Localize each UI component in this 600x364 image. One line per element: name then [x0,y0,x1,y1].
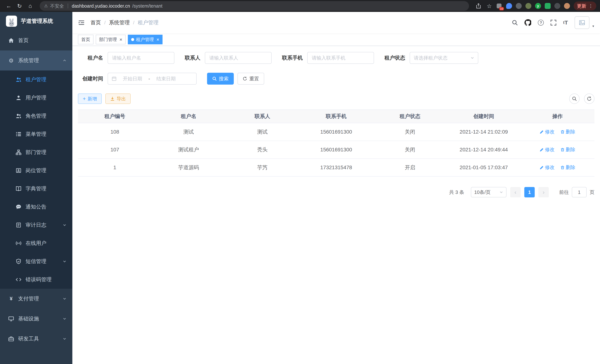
security-label: 不安全 [50,3,64,9]
sidebar-item-payment[interactable]: ¥ 支付管理 [0,289,72,309]
tab-dept[interactable]: 部门管理 × [96,35,126,44]
cell-tenant-id: 1 [78,159,152,177]
phone-input[interactable] [307,52,374,64]
tab-label: 首页 [81,37,90,42]
date-end-input[interactable] [151,76,180,82]
fullscreen-icon[interactable] [551,20,556,26]
github-icon[interactable] [525,19,531,26]
users-icon [16,77,21,82]
sidebar-item-audit-log[interactable]: 审计日志 [0,216,72,234]
cell-created: 2021-12-14 20:49:44 [447,141,521,159]
col-header-phone: 联系手机 [299,110,373,123]
extensions-puzzle-icon[interactable] [554,3,560,9]
rabbit-logo-icon [6,16,17,27]
font-size-icon[interactable]: tT [563,19,568,26]
breadcrumb-system[interactable]: 系统管理 [109,19,130,26]
user-avatar[interactable] [575,16,590,29]
sidebar-item-tenant[interactable]: 租户管理 [0,71,72,89]
sidebar-item-error-code[interactable]: 错误码管理 [0,271,72,289]
sidebar-item-label: 通知公告 [26,203,46,210]
delete-link[interactable]: 删除 [561,129,575,135]
home-icon [8,38,14,43]
col-header-tenant-name: 租户名 [152,110,225,123]
sidebar-item-system[interactable]: ⚙ 系统管理 [0,50,72,71]
sidebar-item-dept[interactable]: 部门管理 [0,143,72,161]
delete-link[interactable]: 删除 [561,146,575,153]
sidebar-item-online-users[interactable]: 在线用户 [0,234,72,252]
status-select[interactable]: 请选择租户状态 [410,52,478,64]
update-label: 更新 [577,3,586,9]
extension-sphere-icon[interactable] [525,3,531,9]
extension-chat-icon[interactable] [545,3,551,9]
date-start-input[interactable] [118,76,147,82]
page-number-1[interactable]: 1 [524,187,535,197]
sidebar-item-post[interactable]: 岗位管理 [0,161,72,180]
sidebar-item-dev-tools[interactable]: 研发工具 [0,329,72,349]
col-header-tenant-id: 租户编号 [78,110,152,123]
browser-menu-icon[interactable]: ⋮ [589,3,593,9]
sidebar-item-label: 角色管理 [26,112,46,120]
close-icon[interactable]: × [120,37,122,42]
sidebar-item-role[interactable]: 角色管理 [0,107,72,125]
avatar-caret-icon[interactable]: ▾ [592,24,594,28]
page-size-select[interactable]: 10条/页 [471,187,506,197]
browser-update-button[interactable]: 更新 ⋮ [574,1,596,10]
address-separator [68,3,68,8]
search-button[interactable]: 搜索 [207,73,234,84]
sidebar-item-label: 审计日志 [26,222,46,229]
sidebar-item-sms[interactable]: 短信管理 [0,252,72,271]
code-icon [16,277,21,282]
not-secure-warning-icon: ⚠ [44,3,48,8]
help-icon[interactable]: ? [538,20,544,26]
breadcrumb-separator: / [104,20,106,26]
tenant-name-input[interactable] [108,52,174,64]
close-icon[interactable]: × [156,37,159,42]
sidebar-item-home[interactable]: 首页 [0,30,72,50]
date-range-picker[interactable]: - [108,73,197,84]
prev-page-button[interactable]: ‹ [510,187,521,197]
delete-link[interactable]: 删除 [561,164,575,171]
sidebar-item-dict[interactable]: 字典管理 [0,180,72,198]
browser-toolbar: ← ↻ ⌂ ⚠ 不安全 dashboard.yudao.iocoder.cn/s… [0,0,600,12]
sidebar-logo[interactable]: 芋道管理系统 [0,12,72,30]
browser-home-icon[interactable]: ⌂ [25,1,35,11]
reload-icon[interactable]: ↻ [14,1,25,11]
extension-badge-icon[interactable]: 10 [496,3,502,9]
extension-y-icon[interactable]: y [535,3,541,9]
breadcrumb-current: 租户管理 [138,19,159,26]
back-icon[interactable]: ← [4,1,14,11]
tab-home[interactable]: 首页 [78,35,94,44]
goto-page-input[interactable] [572,187,587,197]
breadcrumb-home[interactable]: 首页 [91,19,101,26]
org-tree-icon [16,149,21,155]
sidebar-item-menu[interactable]: 菜单管理 [0,125,72,143]
header-search-icon[interactable] [512,20,518,26]
contact-input[interactable] [205,52,272,64]
sidebar-item-notice[interactable]: 通知公告 [0,198,72,216]
extension-globe-icon[interactable] [516,3,522,9]
broken-image-icon [579,19,585,26]
share-icon[interactable] [473,1,484,11]
sidebar-fold-icon[interactable] [78,19,84,26]
tab-tenant[interactable]: 租户管理 × [128,35,162,44]
edit-link[interactable]: 修改 [540,164,554,171]
sidebar-item-user[interactable]: 用户管理 [0,89,72,107]
trash-icon [561,130,564,134]
url-path: /system/tenant [132,3,162,9]
toggle-search-button[interactable] [569,93,580,104]
extension-drop-icon[interactable] [506,3,512,9]
export-button[interactable]: 导出 [105,93,131,104]
address-bar[interactable]: ⚠ 不安全 dashboard.yudao.iocoder.cn/system/… [40,1,469,11]
edit-link[interactable]: 修改 [540,146,554,153]
chevron-down-icon [63,337,66,341]
chevron-down-icon [499,190,503,194]
add-button[interactable]: + 新增 [78,93,102,104]
next-page-button[interactable]: › [538,187,549,197]
bookmark-star-icon[interactable]: ☆ [484,1,494,11]
refresh-table-button[interactable] [584,93,594,104]
sidebar-item-infra[interactable]: 基础设施 [0,309,72,329]
edit-link[interactable]: 修改 [540,129,554,135]
cell-phone: 15601691300 [299,123,373,141]
reset-button[interactable]: 重置 [237,73,264,84]
browser-profile-avatar[interactable] [564,3,570,9]
